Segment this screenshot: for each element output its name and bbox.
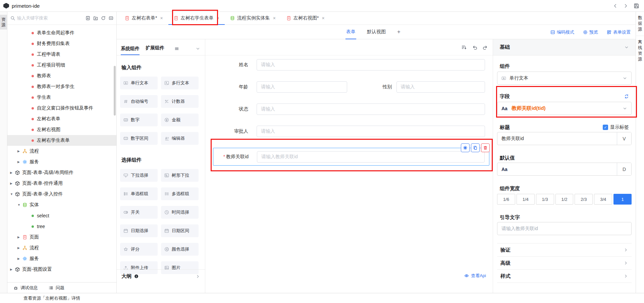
tree-item-node-15[interactable]: ▼页面-表单-录入控件 <box>7 189 116 200</box>
tree-item-node-3[interactable]: 工程项目明细 <box>7 60 116 71</box>
tree-item-node-7[interactable]: 自定义窗口操作按钮及事件 <box>7 103 116 114</box>
field-input[interactable]: 请输入 <box>257 59 485 71</box>
bottom-tab-problems[interactable]: 问题 <box>49 285 64 291</box>
tree-item-node-6[interactable]: 学生表 <box>7 92 116 103</box>
add-view-button[interactable]: + <box>396 25 401 39</box>
tree-item-node-2[interactable]: 工程申请表 <box>7 49 116 60</box>
outline-footer[interactable]: 大纲 <box>117 269 205 283</box>
form-settings-button[interactable]: 表单设置 <box>607 29 631 35</box>
tree-item-node-21[interactable]: ▶服务 <box>7 253 116 264</box>
field-input[interactable]: 请输入教师关联id <box>257 151 485 163</box>
field-input[interactable]: 请输入 <box>257 126 485 137</box>
palette-item-time[interactable]: 时间选择 <box>161 206 199 219</box>
sort-icon[interactable] <box>461 45 467 50</box>
tree-item-node-9[interactable]: 左树右视图 <box>7 124 116 135</box>
tree-item-node-12[interactable]: ▶服务 <box>7 157 116 167</box>
nav-back-icon[interactable] <box>613 3 618 8</box>
width-option-1[interactable]: 1 <box>613 194 632 205</box>
tree-expand-arrow-down[interactable]: ▼ <box>10 192 14 196</box>
undo-icon[interactable] <box>472 45 477 50</box>
copy-button[interactable] <box>471 143 480 152</box>
width-option-1-3[interactable]: 1/3 <box>536 194 554 205</box>
palette-item-counter[interactable]: 计数器 <box>161 95 199 108</box>
tree-item-node-8[interactable]: 左树右表单 <box>7 114 116 124</box>
palette-item-color[interactable]: 颜色选择 <box>161 243 199 256</box>
palette-item-auto-number[interactable]: 自动编号 <box>120 95 158 108</box>
palette-menu-icon[interactable] <box>174 46 179 51</box>
width-option-1-6[interactable]: 1/6 <box>497 194 515 205</box>
field-sync-icon[interactable] <box>624 94 629 99</box>
palette-item-money[interactable]: 金额 <box>161 114 199 126</box>
file-tab-1[interactable]: 左树右学生表单× <box>168 12 225 25</box>
tree-item-node-16[interactable]: ▼实体 <box>7 200 116 210</box>
tree-expand-arrow-right[interactable]: ▶ <box>17 160 22 164</box>
field-input[interactable]: 请输入 <box>257 81 347 93</box>
field-input[interactable]: 请输入 <box>257 103 485 115</box>
form-field-审批人[interactable]: 审批人请输入 <box>205 126 493 137</box>
tree-expand-arrow-right[interactable]: ▶ <box>10 182 14 185</box>
form-field-年龄[interactable]: 年龄请输入 <box>205 81 349 93</box>
tree-item-select[interactable]: select <box>7 210 116 221</box>
palette-item-date-range[interactable]: 日期区间 <box>161 224 199 237</box>
palette-item-number[interactable]: 123数字 <box>120 114 158 126</box>
tree-item-node-10[interactable]: 左树右学生表单 <box>7 135 116 146</box>
palette-collapse-icon[interactable] <box>196 46 200 51</box>
palette-item-editor[interactable]: 编辑器 <box>161 132 199 145</box>
redo-icon[interactable] <box>483 45 488 50</box>
tree-item-node-11[interactable]: ▶流程 <box>7 146 116 157</box>
tree-expand-arrow-right[interactable]: ▶ <box>10 171 14 174</box>
tree-expand-arrow-right[interactable]: ▶ <box>17 235 22 239</box>
palette-item-tree-drop[interactable]: 树形下拉 <box>161 169 199 182</box>
file-tab-2[interactable]: 流程实例实体集× <box>225 12 281 25</box>
tree-item-node-4[interactable]: 教师表 <box>7 71 116 81</box>
title-input[interactable]: 教师关联id V <box>497 132 632 145</box>
import-icon[interactable] <box>86 16 90 20</box>
palette-tab-0[interactable]: 系统组件 <box>121 46 140 55</box>
inspector-section-验证[interactable]: 验证 <box>497 244 632 257</box>
tree-item-node-22[interactable]: ▶页面-视图设置 <box>7 264 116 275</box>
component-select[interactable]: 单行文本 <box>497 72 632 85</box>
tree-item-node-13[interactable]: ▶页面-表单-高级/布局组件 <box>7 167 116 178</box>
code-mode-button[interactable]: 编码模式 <box>550 29 574 35</box>
tree-item-node-1[interactable]: 财务费用归集表 <box>7 38 116 49</box>
refresh-icon[interactable] <box>101 16 106 20</box>
view-tab-1[interactable]: 默认视图 <box>366 25 386 39</box>
palette-item-switch[interactable]: 开关 <box>120 206 158 219</box>
preview-button[interactable]: 预览 <box>583 29 598 35</box>
inspector-section-basic[interactable]: 基础 <box>493 39 636 55</box>
add-folder-icon[interactable] <box>93 16 98 20</box>
tree-expand-arrow-down[interactable]: ▼ <box>17 203 22 207</box>
tree-item-tree[interactable]: tree <box>7 221 116 232</box>
inspector-section-样式[interactable]: 样式 <box>497 270 632 283</box>
close-icon[interactable]: × <box>160 15 163 21</box>
palette-item-date[interactable]: 日期选择 <box>120 224 158 237</box>
selected-form-field-教师关联id[interactable]: *教师关联id请输入教师关联id <box>213 148 489 166</box>
tree-item-node-20[interactable]: ▶流程 <box>7 243 116 253</box>
tree-item-node-19[interactable]: ▶页面 <box>7 232 116 243</box>
search-input[interactable]: 输入关键字搜索 <box>17 15 84 21</box>
palette-item-number-range[interactable]: 1~3数字区间 <box>120 132 158 145</box>
close-icon[interactable]: × <box>273 15 276 21</box>
guide-text-input[interactable]: 请输入教师关联id <box>497 222 632 235</box>
settings-gear-button[interactable] <box>461 143 470 152</box>
palette-item-text-multi[interactable]: 多行文本 <box>161 77 199 89</box>
width-option-1-4[interactable]: 1/4 <box>517 194 535 205</box>
field-input[interactable]: 请输入 <box>396 81 485 93</box>
tree-scrollbar[interactable] <box>114 66 116 116</box>
title-variable-button[interactable]: V <box>617 132 631 145</box>
palette-tab-1[interactable]: 扩展组件 <box>146 45 164 55</box>
form-field-状态[interactable]: 状态请输入 <box>205 103 493 115</box>
tree-expand-arrow-right[interactable]: ▶ <box>17 246 22 250</box>
field-select[interactable]: Aa 教师关联id(tid) <box>497 102 632 115</box>
palette-item-select-drop[interactable]: 下拉选择 <box>120 169 158 182</box>
close-icon[interactable]: × <box>217 15 219 21</box>
tree-item-node-5[interactable]: 教师表一对多学生 <box>7 81 116 92</box>
default-value-button[interactable]: D <box>617 163 631 175</box>
palette-item-check-group[interactable]: 多选框组 <box>161 187 199 200</box>
palette-item-text-single[interactable]: 单行文本 <box>120 77 158 89</box>
width-option-2-3[interactable]: 2/3 <box>575 194 593 205</box>
palette-item-radio-group[interactable]: 单选框组 <box>120 187 158 200</box>
close-icon[interactable]: × <box>322 15 324 21</box>
show-label-checkbox[interactable]: ✓ <box>603 125 608 130</box>
delete-button[interactable] <box>481 143 490 152</box>
